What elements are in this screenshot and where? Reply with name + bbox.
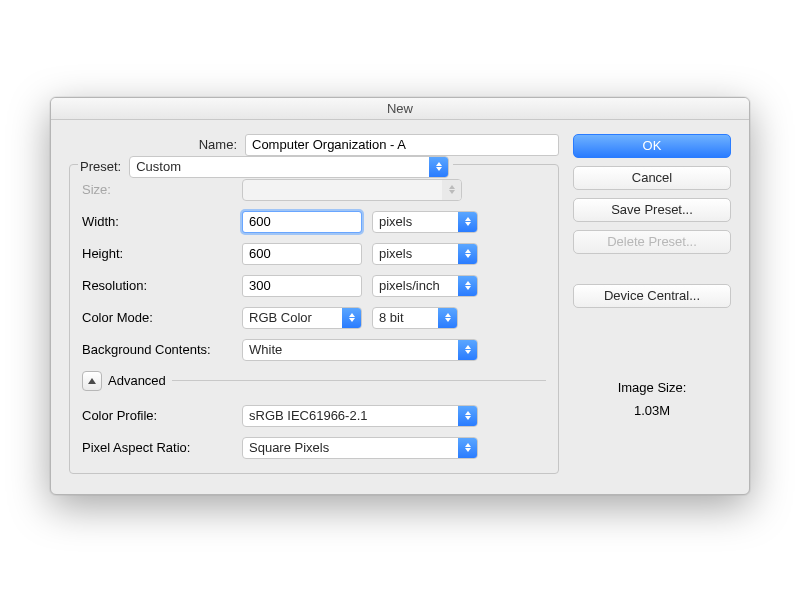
background-select[interactable]: White (242, 339, 478, 361)
size-select (242, 179, 462, 201)
preset-label: Preset: (80, 159, 121, 174)
delete-preset-button: Delete Preset... (573, 230, 731, 254)
chevron-updown-icon (458, 276, 477, 296)
image-size-label: Image Size: (573, 380, 731, 395)
divider (172, 380, 546, 381)
chevron-updown-icon (458, 244, 477, 264)
background-label: Background Contents: (82, 342, 242, 357)
height-label: Height: (82, 246, 242, 261)
color-mode-label: Color Mode: (82, 310, 242, 325)
height-unit-select[interactable]: pixels (372, 243, 478, 265)
advanced-disclosure-button[interactable] (82, 371, 102, 391)
preset-fieldset: Preset: Custom Size: Width: (69, 164, 559, 474)
chevron-updown-icon (438, 308, 457, 328)
chevron-updown-icon (442, 180, 461, 200)
name-input[interactable] (245, 134, 559, 156)
new-document-dialog: New Name: Preset: Custom Size: (50, 97, 750, 495)
width-unit-select[interactable]: pixels (372, 211, 478, 233)
ok-button[interactable]: OK (573, 134, 731, 158)
chevron-updown-icon (458, 212, 477, 232)
size-label: Size: (82, 182, 242, 197)
pixel-aspect-label: Pixel Aspect Ratio: (82, 440, 242, 455)
bit-depth-select[interactable]: 8 bit (372, 307, 458, 329)
pixel-aspect-select[interactable]: Square Pixels (242, 437, 478, 459)
resolution-input[interactable] (242, 275, 362, 297)
color-mode-select[interactable]: RGB Color (242, 307, 362, 329)
chevron-updown-icon (458, 340, 477, 360)
image-size-value: 1.03M (573, 403, 731, 418)
color-profile-label: Color Profile: (82, 408, 242, 423)
color-profile-select[interactable]: sRGB IEC61966-2.1 (242, 405, 478, 427)
chevron-updown-icon (342, 308, 361, 328)
chevron-updown-icon (429, 157, 448, 177)
device-central-button[interactable]: Device Central... (573, 284, 731, 308)
advanced-label: Advanced (108, 373, 166, 388)
chevron-up-icon (88, 378, 96, 384)
chevron-updown-icon (458, 438, 477, 458)
width-input[interactable] (242, 211, 362, 233)
save-preset-button[interactable]: Save Preset... (573, 198, 731, 222)
width-label: Width: (82, 214, 242, 229)
name-label: Name: (69, 137, 245, 152)
cancel-button[interactable]: Cancel (573, 166, 731, 190)
chevron-updown-icon (458, 406, 477, 426)
resolution-unit-select[interactable]: pixels/inch (372, 275, 478, 297)
dialog-title: New (51, 98, 749, 120)
height-input[interactable] (242, 243, 362, 265)
preset-select[interactable]: Custom (129, 156, 449, 178)
resolution-label: Resolution: (82, 278, 242, 293)
